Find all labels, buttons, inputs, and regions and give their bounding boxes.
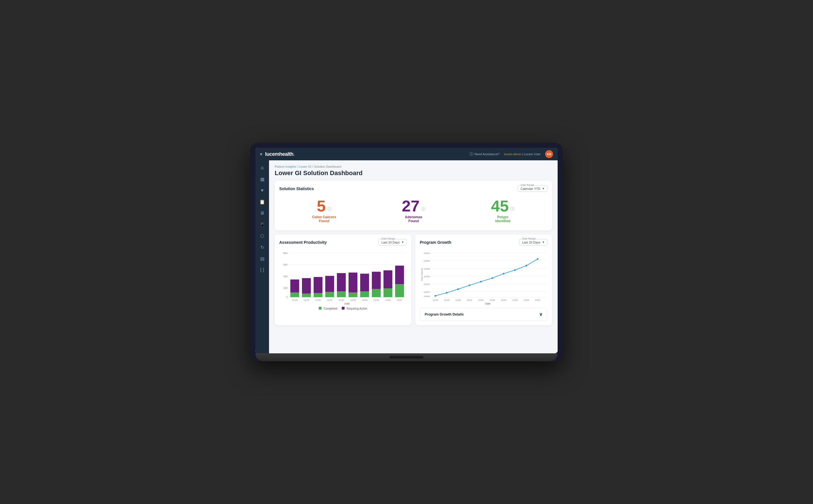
svg-rect-19 (337, 273, 346, 291)
svg-text:12/03: 12/03 (489, 299, 495, 301)
laptop-base-notch (389, 356, 424, 358)
svg-text:11/29: 11/29 (304, 299, 309, 301)
svg-rect-12 (302, 294, 311, 297)
svg-text:10300: 10300 (424, 252, 430, 255)
topbar-right: ⓘ Need Assistance? lucem-demo | Lucem Us… (470, 150, 553, 158)
breadcrumb-lower-gi[interactable]: Lower GI (299, 165, 311, 168)
svg-point-56 (435, 295, 436, 297)
svg-text:12/02: 12/02 (339, 299, 344, 301)
stat-number-colon-cancers: 5 (317, 197, 326, 215)
avatar[interactable]: KB (545, 150, 553, 158)
pg-date-range-label: Date Range (521, 237, 536, 240)
breadcrumb-solution-dashboard: Solution Dashboard (314, 165, 342, 168)
svg-text:0: 0 (286, 296, 288, 299)
svg-rect-16 (325, 292, 334, 297)
breadcrumb: Patient Insights / Lower GI / Solution D… (275, 165, 552, 168)
svg-text:12/01: 12/01 (327, 299, 333, 301)
svg-text:10200: 10200 (424, 268, 430, 270)
svg-point-59 (469, 284, 470, 286)
sidebar-item-home[interactable]: ⌂ (257, 163, 267, 173)
program-growth-date-range[interactable]: Date Range Last 10 Days ▾ (519, 239, 547, 245)
solution-statistics-card: Solution Statistics Date Range Calendar … (275, 181, 552, 230)
sidebar-item-network[interactable]: ⬡ (257, 231, 267, 241)
sidebar-item-monitor[interactable]: 🖥 (257, 208, 267, 218)
svg-text:400: 400 (284, 275, 288, 278)
svg-text:12/05: 12/05 (374, 299, 379, 301)
breadcrumb-patient-insights[interactable]: Patient Insights (275, 165, 296, 168)
stats-row: 5 i Colon Cancers Found 27 (279, 195, 547, 226)
svg-point-62 (503, 273, 504, 274)
stat-label-colon-cancers: Colon Cancers Found (312, 215, 336, 223)
sidebar-item-grid[interactable]: ▦ (257, 174, 267, 184)
svg-point-61 (491, 277, 493, 279)
svg-text:11/29: 11/29 (444, 299, 450, 301)
line-chart-svg: 10300 10250 10200 10150 10100 10050 1000… (420, 249, 547, 306)
svg-text:12/07: 12/07 (535, 299, 540, 301)
assessment-productivity-card: Assessment Productivity Date Range Last … (275, 234, 411, 325)
program-growth-title: Program Growth (420, 240, 451, 245)
svg-text:12/04: 12/04 (362, 299, 368, 301)
sidebar-item-bracket[interactable]: [ ] (257, 265, 267, 275)
solution-statistics-title: Solution Statistics (279, 186, 314, 191)
program-growth-details-label: Program Growth Details (425, 312, 464, 316)
svg-text:12/04: 12/04 (501, 299, 506, 301)
info-icon-colon-cancers[interactable]: i (328, 207, 332, 211)
sidebar-item-layout[interactable]: ▤ (257, 253, 267, 264)
svg-point-65 (537, 258, 538, 260)
legend-completed: Completed (319, 307, 337, 310)
svg-rect-13 (302, 278, 311, 294)
sidebar-item-heart[interactable]: ♥ (257, 185, 267, 196)
charts-row: Assessment Productivity Date Range Last … (275, 234, 552, 329)
sidebar-item-chart[interactable]: 📋 (257, 197, 267, 207)
svg-text:12/06: 12/06 (523, 299, 529, 301)
info-icon-adenomas[interactable]: i (421, 207, 425, 211)
svg-point-58 (457, 288, 459, 290)
topbar-user: lucem-demo | Lucem User (504, 152, 540, 156)
sidebar-item-refresh[interactable]: ↻ (257, 242, 267, 252)
svg-rect-25 (372, 272, 381, 289)
sidebar-toggle-button[interactable]: ≡ (260, 152, 262, 156)
svg-text:10250: 10250 (424, 260, 430, 262)
svg-rect-18 (337, 291, 346, 297)
program-growth-header: Program Growth Date Range Last 10 Days ▾ (420, 239, 547, 245)
line-chart-area: 10300 10250 10200 10150 10100 10050 1000… (420, 249, 547, 306)
bar-chart-area: 800 600 400 200 0 (279, 249, 407, 306)
svg-text:200: 200 (284, 287, 288, 289)
logo: lucemhealth. (265, 151, 295, 157)
topbar: ≡ lucemhealth. ⓘ Need Assistance? lucem-… (256, 148, 557, 160)
svg-text:10000: 10000 (424, 295, 430, 298)
svg-point-60 (480, 281, 482, 283)
svg-point-64 (525, 265, 527, 266)
info-icon-polyps[interactable]: i (510, 207, 514, 211)
pg-date-range-value: Last 10 Days (522, 241, 540, 244)
svg-rect-14 (314, 293, 322, 297)
svg-rect-24 (372, 289, 381, 297)
svg-text:Date: Date (345, 302, 350, 305)
svg-rect-26 (384, 288, 392, 297)
svg-rect-20 (349, 293, 357, 297)
program-growth-details[interactable]: Program Growth Details ∨ (420, 308, 547, 321)
pg-chevron-down-icon: ▾ (542, 240, 544, 244)
svg-text:Date: Date (485, 302, 491, 305)
svg-rect-22 (360, 291, 369, 297)
chevron-down-icon: ▾ (542, 187, 544, 190)
assessment-productivity-header: Assessment Productivity Date Range Last … (279, 239, 407, 245)
svg-text:10050: 10050 (424, 291, 430, 293)
svg-rect-21 (349, 272, 357, 292)
svg-text:11/30: 11/30 (315, 299, 321, 301)
svg-point-57 (446, 292, 448, 294)
solution-statistics-date-range[interactable]: Date Range Calendar YTD ▾ (517, 185, 548, 192)
stat-label-polyps: Polyps Identified (491, 215, 515, 223)
svg-point-63 (514, 269, 516, 271)
assessment-productivity-title: Assessment Productivity (279, 240, 327, 245)
assessment-productivity-date-range[interactable]: Date Range Last 10 Days ▾ (378, 239, 407, 245)
svg-text:600: 600 (284, 263, 288, 266)
help-link[interactable]: ⓘ Need Assistance? (470, 152, 499, 157)
laptop-screen: ≡ lucemhealth. ⓘ Need Assistance? lucem-… (256, 148, 557, 353)
bar-chart-svg: 800 600 400 200 0 (279, 249, 407, 306)
main-layout: ⌂ ▦ ♥ 📋 🖥 📱 ⬡ ↻ ▤ [ ] Patient Insights /… (256, 160, 557, 353)
sidebar-item-tablet[interactable]: 📱 (257, 219, 267, 230)
ap-date-range-value: Last 10 Days (382, 241, 400, 244)
svg-text:11/28: 11/28 (433, 299, 438, 301)
solution-statistics-header: Solution Statistics Date Range Calendar … (279, 185, 547, 192)
